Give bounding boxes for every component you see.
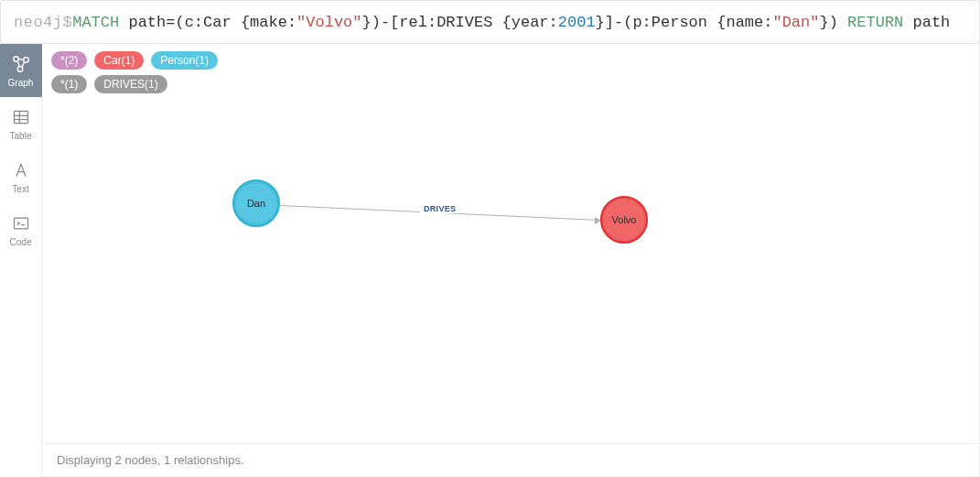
svg-line-4 bbox=[21, 61, 24, 67]
svg-line-3 bbox=[17, 60, 19, 66]
content-panel: *(2) Car(1) Person(1) *(1) DRIVES(1) DRI… bbox=[42, 44, 980, 477]
main-area: Graph Table Text bbox=[0, 44, 980, 477]
sidebar-label: Code bbox=[10, 237, 32, 247]
sidebar-item-code[interactable]: Code bbox=[0, 203, 42, 256]
svg-rect-10 bbox=[14, 218, 27, 229]
node-legend-row: *(2) Car(1) Person(1) bbox=[51, 51, 970, 70]
sidebar-label: Table bbox=[10, 131, 32, 141]
text-icon bbox=[11, 160, 31, 180]
legend-pill-car[interactable]: Car(1) bbox=[94, 51, 144, 70]
status-footer: Displaying 2 nodes, 1 relationships. bbox=[42, 443, 979, 476]
graph-node-volvo[interactable]: Volvo bbox=[600, 196, 648, 244]
query-bar[interactable]: neo4j$ MATCH path=(c:Car {make:"Volvo"})… bbox=[0, 0, 980, 44]
graph-node-dan[interactable]: Dan bbox=[232, 179, 280, 227]
code-icon bbox=[11, 213, 31, 233]
legend-pill-drives[interactable]: DRIVES(1) bbox=[94, 75, 167, 93]
sidebar-label: Graph bbox=[8, 78, 34, 88]
sidebar-item-graph[interactable]: Graph bbox=[0, 44, 42, 97]
sidebar-item-text[interactable]: Text bbox=[0, 150, 42, 203]
view-sidebar: Graph Table Text bbox=[0, 44, 42, 477]
legend-pill-person[interactable]: Person(1) bbox=[151, 51, 218, 70]
sidebar-item-table[interactable]: Table bbox=[0, 97, 42, 150]
graph-icon bbox=[11, 54, 31, 74]
rel-legend-row: *(1) DRIVES(1) bbox=[51, 75, 970, 93]
legend-pill-all-nodes[interactable]: *(2) bbox=[51, 51, 87, 70]
prompt-label: neo4j$ bbox=[14, 14, 72, 31]
table-icon bbox=[11, 107, 31, 127]
legend-pill-all-rels[interactable]: *(1) bbox=[51, 75, 87, 93]
graph-canvas[interactable]: DRIVES Dan Volvo bbox=[42, 97, 979, 443]
edge-label-drives[interactable]: DRIVES bbox=[420, 204, 459, 213]
sidebar-label: Text bbox=[12, 184, 28, 194]
svg-rect-6 bbox=[14, 111, 27, 123]
query-text: MATCH path=(c:Car {make:"Volvo"})-[rel:D… bbox=[72, 14, 950, 31]
legend-bar: *(2) Car(1) Person(1) *(1) DRIVES(1) bbox=[42, 44, 979, 97]
svg-line-5 bbox=[18, 59, 24, 60]
